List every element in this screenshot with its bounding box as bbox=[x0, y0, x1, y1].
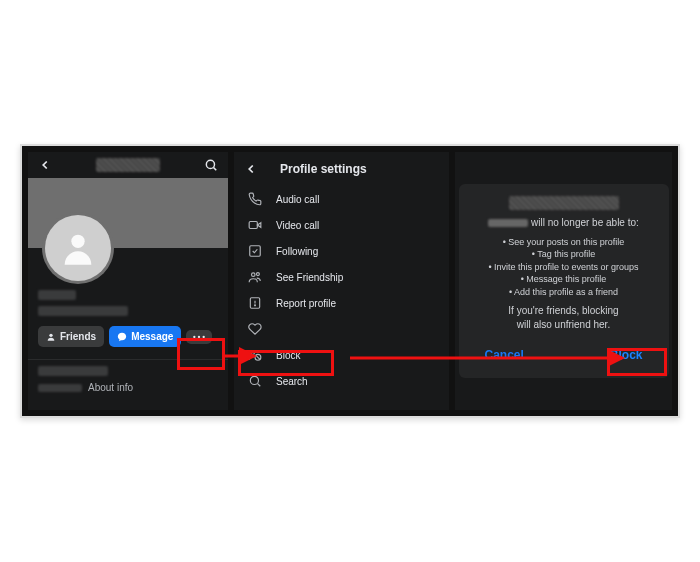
message-button[interactable]: Message bbox=[109, 326, 181, 347]
block-dialog: will no longer be able to: • See your po… bbox=[459, 184, 669, 379]
profile-settings-panel: Profile settings Audio callVideo callFol… bbox=[234, 152, 449, 410]
block-dialog-panel: will no longer be able to: • See your po… bbox=[455, 152, 672, 410]
svg-rect-9 bbox=[250, 246, 261, 257]
redacted-name bbox=[488, 219, 528, 227]
profile-panel: Friends Message About info bbox=[28, 152, 228, 410]
settings-item-label: See Friendship bbox=[276, 272, 343, 283]
settings-item-video-call[interactable]: Video call bbox=[234, 212, 449, 238]
redacted-text bbox=[38, 306, 128, 316]
svg-point-4 bbox=[194, 335, 196, 337]
more-button[interactable] bbox=[186, 330, 212, 344]
cancel-button[interactable]: Cancel bbox=[471, 344, 538, 366]
back-icon[interactable] bbox=[244, 162, 258, 176]
friends-button[interactable]: Friends bbox=[38, 326, 104, 347]
search-icon[interactable] bbox=[204, 158, 218, 172]
redacted-text bbox=[38, 384, 82, 392]
block-icon bbox=[246, 348, 264, 362]
svg-point-14 bbox=[255, 305, 256, 306]
svg-line-1 bbox=[214, 168, 217, 171]
phone-icon bbox=[246, 192, 264, 206]
block-button[interactable]: Block bbox=[596, 344, 657, 366]
avatar bbox=[42, 212, 114, 284]
settings-item-see-friendship[interactable]: See Friendship bbox=[234, 264, 449, 290]
back-icon[interactable] bbox=[38, 158, 52, 172]
settings-item-label: Block bbox=[276, 350, 300, 361]
svg-point-2 bbox=[71, 235, 84, 248]
profile-name-redacted bbox=[96, 158, 160, 172]
friends-button-label: Friends bbox=[60, 331, 96, 342]
tutorial-composite: Friends Message About info bbox=[20, 144, 680, 418]
settings-item-following[interactable]: Following bbox=[234, 238, 449, 264]
settings-item-search[interactable]: Search bbox=[234, 368, 449, 394]
settings-item-label: Search bbox=[276, 376, 308, 387]
dialog-bullet: • Tag this profile bbox=[471, 248, 657, 261]
people-icon bbox=[246, 270, 264, 284]
heart-icon bbox=[246, 322, 264, 336]
redacted-text bbox=[38, 290, 76, 300]
video-icon bbox=[246, 218, 264, 232]
svg-line-17 bbox=[256, 355, 260, 359]
svg-point-18 bbox=[250, 376, 258, 384]
search-icon bbox=[246, 374, 264, 388]
svg-point-5 bbox=[198, 335, 200, 337]
settings-item-audio-call[interactable]: Audio call bbox=[234, 186, 449, 212]
dialog-subtitle: will no longer be able to: bbox=[471, 216, 657, 230]
settings-item-[interactable] bbox=[234, 316, 449, 342]
svg-point-10 bbox=[252, 273, 256, 277]
settings-item-label: Audio call bbox=[276, 194, 319, 205]
dialog-bullet: • Invite this profile to events or group… bbox=[471, 261, 657, 274]
settings-item-block[interactable]: Block bbox=[234, 342, 449, 368]
settings-title: Profile settings bbox=[280, 162, 367, 176]
dialog-bullet: • See your posts on this profile bbox=[471, 236, 657, 249]
svg-rect-7 bbox=[249, 222, 257, 229]
settings-item-report-profile[interactable]: Report profile bbox=[234, 290, 449, 316]
dialog-bullet: • Message this profile bbox=[471, 273, 657, 286]
about-row: About info bbox=[38, 382, 218, 393]
svg-point-11 bbox=[256, 273, 259, 276]
settings-item-label: Video call bbox=[276, 220, 319, 231]
cover-photo bbox=[28, 178, 228, 248]
dialog-bullet-list: • See your posts on this profile• Tag th… bbox=[471, 236, 657, 299]
check-square-icon bbox=[246, 244, 264, 258]
svg-line-19 bbox=[258, 384, 261, 387]
svg-point-3 bbox=[49, 333, 52, 336]
dialog-bullet: • Add this profile as a friend bbox=[471, 286, 657, 299]
settings-item-label: Following bbox=[276, 246, 318, 257]
svg-point-6 bbox=[203, 335, 205, 337]
svg-point-0 bbox=[206, 160, 214, 168]
about-label: About info bbox=[88, 382, 133, 393]
dialog-title-redacted bbox=[509, 196, 619, 210]
message-button-label: Message bbox=[131, 331, 173, 342]
settings-item-label: Report profile bbox=[276, 298, 336, 309]
dialog-footer: If you're friends, blocking will also un… bbox=[471, 304, 657, 332]
svg-point-15 bbox=[251, 351, 255, 355]
report-icon bbox=[246, 296, 264, 310]
redacted-text bbox=[38, 366, 108, 376]
